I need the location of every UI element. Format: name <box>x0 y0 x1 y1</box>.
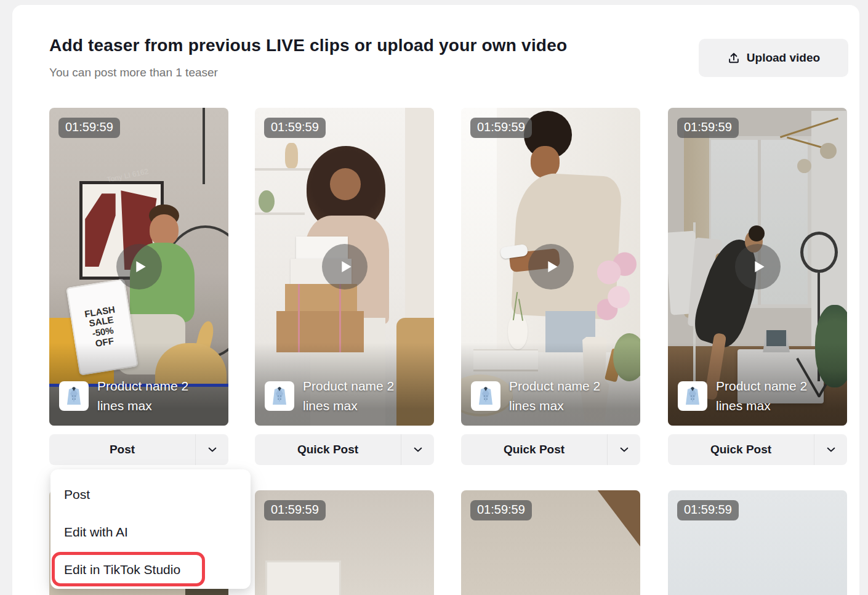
upload-video-label: Upload video <box>747 51 820 65</box>
teaser-card-6[interactable]: 01:59:59 <box>255 490 434 595</box>
page-subtitle: You can post more than 1 teaser <box>49 66 218 79</box>
shelf-vase <box>285 143 297 168</box>
teaser-card-3[interactable]: 01:59:59 Product name 2 lines max <box>461 108 640 426</box>
product-thumbnail <box>59 381 89 411</box>
play-button[interactable] <box>322 244 368 289</box>
play-button[interactable] <box>116 244 162 289</box>
duration-badge: 01:59:59 <box>264 500 326 520</box>
quick-post-action-button[interactable]: Quick Post <box>461 434 607 465</box>
chevron-down-icon <box>206 443 219 456</box>
product-name: Product name 2 lines max <box>97 376 208 416</box>
post-options-toggle[interactable] <box>195 434 228 465</box>
play-icon <box>541 257 561 277</box>
duration-badge: 01:59:59 <box>58 118 120 138</box>
post-split-button-1: Post <box>49 434 228 465</box>
product-name: Product name 2 lines max <box>303 376 414 416</box>
blazer-product-image <box>473 384 498 408</box>
blazer-product-image <box>680 384 705 408</box>
play-button[interactable] <box>735 244 781 289</box>
teaser-card-1[interactable]: FLASH SALE -50% OFF Tony LI 6162 01:59:5… <box>49 108 228 426</box>
shelf <box>255 168 312 171</box>
post-action-button[interactable]: Post <box>49 434 195 465</box>
duration-badge: 01:59:59 <box>677 500 739 520</box>
person-face <box>531 146 560 178</box>
shelf-plant <box>259 190 275 212</box>
post-options-toggle[interactable] <box>814 434 847 465</box>
blazer-product-image <box>267 384 292 408</box>
product-row: Product name 2 lines max <box>265 376 428 416</box>
add-teaser-panel: Add teaser from previous LIVE clips or u… <box>12 5 859 595</box>
product-thumbnail <box>265 381 294 411</box>
duration-badge: 01:59:59 <box>264 118 326 138</box>
post-split-button-3: Quick Post <box>461 434 640 465</box>
product-row: Product name 2 lines max <box>678 376 841 416</box>
post-split-button-4: Quick Post <box>668 434 847 465</box>
play-icon <box>748 257 768 277</box>
play-icon <box>335 257 355 277</box>
hanging-chair-chain <box>203 108 205 184</box>
teaser-card-2[interactable]: 01:59:59 Product name 2 lines max <box>255 108 434 426</box>
upload-video-button[interactable]: Upload video <box>699 39 848 77</box>
menu-item-edit-in-tiktok-studio[interactable]: Edit in TikTok Studio <box>50 551 251 588</box>
post-options-toggle[interactable] <box>607 434 640 465</box>
duration-badge: 01:59:59 <box>470 118 532 138</box>
duration-badge: 01:59:59 <box>470 500 532 520</box>
product-name: Product name 2 lines max <box>716 376 827 416</box>
quick-post-action-button[interactable]: Quick Post <box>668 434 814 465</box>
page-title: Add teaser from previous LIVE clips or u… <box>49 36 567 55</box>
menu-item-post[interactable]: Post <box>50 476 251 513</box>
pink-flowers <box>597 248 637 330</box>
blazer-product-image <box>62 384 86 408</box>
product-thumbnail <box>678 381 707 411</box>
chevron-down-icon <box>412 443 424 456</box>
person-face <box>150 214 179 246</box>
duration-badge: 01:59:59 <box>677 118 739 138</box>
teaser-card-4[interactable]: 01:59:59 Product name 2 lines max <box>668 108 847 426</box>
product-row: Product name 2 lines max <box>59 376 222 416</box>
play-icon <box>129 257 149 277</box>
product-thumbnail <box>471 381 500 411</box>
post-options-toggle[interactable] <box>401 434 434 465</box>
window-light <box>461 108 497 355</box>
shelf <box>255 212 305 215</box>
menu-item-edit-with-ai[interactable]: Edit with AI <box>50 513 251 551</box>
upload-icon <box>727 51 741 65</box>
teaser-card-7[interactable]: 01:59:59 <box>461 490 640 595</box>
person-face <box>330 168 360 200</box>
post-split-button-2: Quick Post <box>255 434 434 465</box>
product-row: Product name 2 lines max <box>471 376 634 416</box>
chevron-down-icon <box>618 443 630 456</box>
door <box>265 561 340 595</box>
chevron-down-icon <box>825 443 837 456</box>
product-name: Product name 2 lines max <box>509 376 620 416</box>
quick-post-action-button[interactable]: Quick Post <box>255 434 401 465</box>
post-options-menu: Post Edit with AI Edit in TikTok Studio <box>50 469 251 589</box>
play-button[interactable] <box>528 244 574 289</box>
teaser-card-8[interactable]: 01:59:59 <box>668 490 847 595</box>
